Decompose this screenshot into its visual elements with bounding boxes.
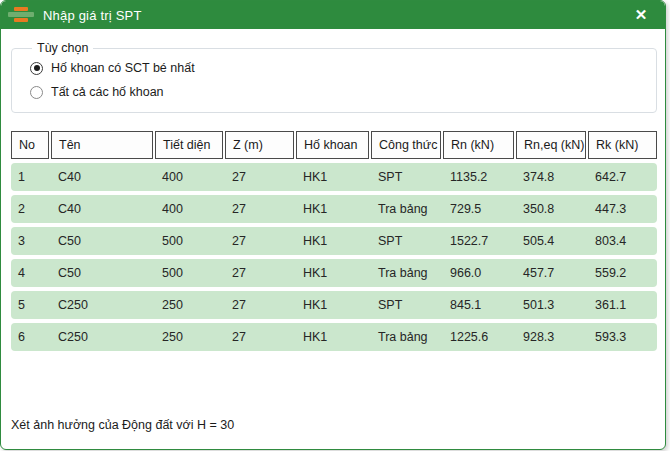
table-cell: C40 bbox=[51, 195, 153, 223]
table-cell: 5 bbox=[11, 291, 49, 319]
table-cell: HK1 bbox=[296, 323, 369, 351]
title-bar[interactable]: Nhập giá trị SPT ✕ bbox=[1, 1, 665, 29]
table-cell: 457.7 bbox=[516, 259, 586, 287]
column-header[interactable]: Rk (kN) bbox=[588, 131, 657, 159]
column-header[interactable]: Tiết diện bbox=[155, 131, 223, 159]
table-header: NoTênTiết diệnZ (m)Hố khoanCông thứcRn (… bbox=[11, 131, 657, 159]
table-cell: 3 bbox=[11, 227, 49, 255]
table-cell: 6 bbox=[11, 323, 49, 351]
table-cell: C250 bbox=[51, 291, 153, 319]
window-title: Nhập giá trị SPT bbox=[43, 8, 142, 23]
table-row[interactable]: 2C4040027HK1Tra bảng729.5350.8447.3 bbox=[11, 195, 657, 223]
table-cell: Tra bảng bbox=[371, 259, 441, 287]
table-cell: 501.3 bbox=[516, 291, 586, 319]
table-cell: C40 bbox=[51, 163, 153, 191]
table-body: 1C4040027HK1SPT1135.2374.8642.72C4040027… bbox=[11, 163, 657, 355]
options-legend: Tùy chọn bbox=[32, 41, 93, 55]
table-cell: C250 bbox=[51, 323, 153, 351]
table-cell: 803.4 bbox=[588, 227, 657, 255]
radio-icon[interactable] bbox=[30, 86, 43, 99]
table-cell: HK1 bbox=[296, 163, 369, 191]
column-header[interactable]: Rn (kN) bbox=[443, 131, 514, 159]
table-cell: HK1 bbox=[296, 291, 369, 319]
table-cell: 350.8 bbox=[516, 195, 586, 223]
table-cell: 505.4 bbox=[516, 227, 586, 255]
column-header[interactable]: Tên bbox=[51, 131, 153, 159]
table-cell: 27 bbox=[225, 323, 294, 351]
table-row[interactable]: 6C25025027HK1Tra bảng1225.6928.3593.3 bbox=[11, 323, 657, 351]
close-button[interactable]: ✕ bbox=[623, 1, 659, 29]
radio-option-all-boreholes[interactable]: Tất cả các hố khoan bbox=[30, 81, 656, 103]
table-cell: 500 bbox=[155, 259, 223, 287]
app-logo-icon bbox=[8, 5, 34, 25]
table-cell: HK1 bbox=[296, 259, 369, 287]
table-cell: C50 bbox=[51, 259, 153, 287]
table-cell: 1225.6 bbox=[443, 323, 514, 351]
table-cell: 928.3 bbox=[516, 323, 586, 351]
column-header[interactable]: No bbox=[11, 131, 49, 159]
radio-icon[interactable] bbox=[30, 62, 43, 75]
table-cell: 1 bbox=[11, 163, 49, 191]
radio-option-smallest-sct[interactable]: Hố khoan có SCT bé nhất bbox=[30, 57, 656, 79]
column-header[interactable]: Z (m) bbox=[225, 131, 294, 159]
options-groupbox: Tùy chọn Hố khoan có SCT bé nhất Tất cả … bbox=[11, 41, 657, 113]
table-cell: 1135.2 bbox=[443, 163, 514, 191]
footer-note: Xét ảnh hưởng của Động đất với H = 30 bbox=[11, 418, 234, 432]
table-cell: SPT bbox=[371, 227, 441, 255]
table-cell: 27 bbox=[225, 195, 294, 223]
table-cell: 374.8 bbox=[516, 163, 586, 191]
table-cell: 27 bbox=[225, 163, 294, 191]
table-cell: 400 bbox=[155, 195, 223, 223]
table-cell: Tra bảng bbox=[371, 323, 441, 351]
table-cell: 361.1 bbox=[588, 291, 657, 319]
table-cell: 593.3 bbox=[588, 323, 657, 351]
column-header[interactable]: Hố khoan bbox=[296, 131, 369, 159]
table-row[interactable]: 1C4040027HK1SPT1135.2374.8642.7 bbox=[11, 163, 657, 191]
table-row[interactable]: 3C5050027HK1SPT1522.7505.4803.4 bbox=[11, 227, 657, 255]
column-header[interactable]: Rn,eq (kN) bbox=[516, 131, 586, 159]
table-cell: C50 bbox=[51, 227, 153, 255]
table-cell: 642.7 bbox=[588, 163, 657, 191]
table-cell: SPT bbox=[371, 291, 441, 319]
table-cell: SPT bbox=[371, 163, 441, 191]
table-cell: 400 bbox=[155, 163, 223, 191]
table-cell: Tra bảng bbox=[371, 195, 441, 223]
table-row[interactable]: 4C5050027HK1Tra bảng966.0457.7559.2 bbox=[11, 259, 657, 287]
table-cell: 2 bbox=[11, 195, 49, 223]
table-cell: 559.2 bbox=[588, 259, 657, 287]
table-cell: 500 bbox=[155, 227, 223, 255]
table-cell: 27 bbox=[225, 259, 294, 287]
table-cell: HK1 bbox=[296, 195, 369, 223]
table-cell: 447.3 bbox=[588, 195, 657, 223]
table-cell: 4 bbox=[11, 259, 49, 287]
table-cell: 845.1 bbox=[443, 291, 514, 319]
table-row[interactable]: 5C25025027HK1SPT845.1501.3361.1 bbox=[11, 291, 657, 319]
table-cell: 27 bbox=[225, 227, 294, 255]
table-cell: 27 bbox=[225, 291, 294, 319]
radio-label: Hố khoan có SCT bé nhất bbox=[51, 61, 195, 75]
column-header[interactable]: Công thức bbox=[371, 131, 441, 159]
table-cell: 729.5 bbox=[443, 195, 514, 223]
table-cell: 250 bbox=[155, 323, 223, 351]
table-cell: HK1 bbox=[296, 227, 369, 255]
table-cell: 966.0 bbox=[443, 259, 514, 287]
table-cell: 1522.7 bbox=[443, 227, 514, 255]
spt-dialog: Nhập giá trị SPT ✕ Tùy chọn Hố khoan có … bbox=[0, 0, 666, 450]
table-cell: 250 bbox=[155, 291, 223, 319]
radio-label: Tất cả các hố khoan bbox=[51, 85, 164, 99]
